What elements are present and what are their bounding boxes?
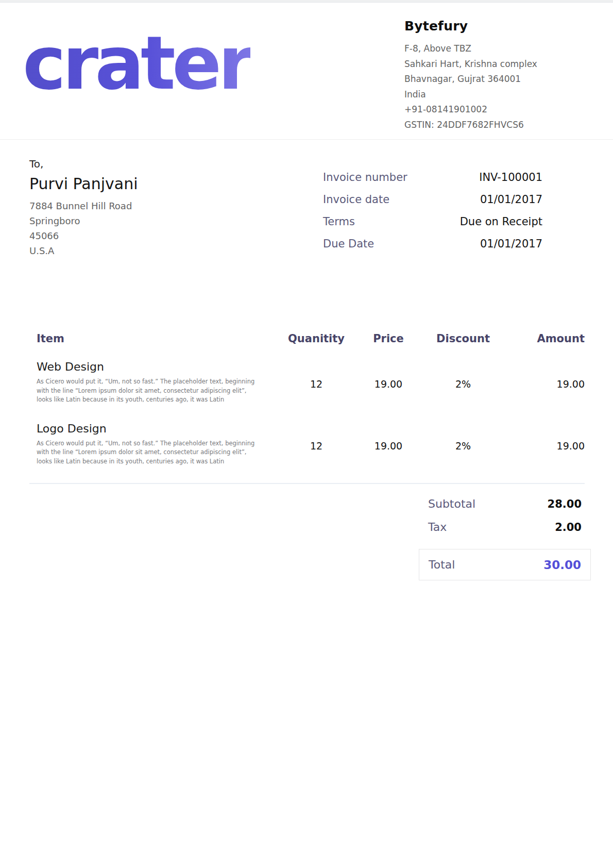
tax-value: 2.00 [555,521,582,533]
bill-to-label: To, [29,158,251,170]
item-amount: 19.00 [504,422,585,466]
customer-address: 7884 Bunnel Hill Road Springboro 45066 U… [29,198,251,258]
item-price: 19.00 [355,360,422,405]
header-quantity: Quanitity [278,332,355,345]
header-price: Price [355,332,422,345]
address-line: GSTIN: 24DDF7682FHVCS6 [404,118,595,133]
item-title: Logo Design [37,422,278,436]
invoice-meta-row: Invoice number INV-100001 [323,166,542,188]
invoice-meta-row: Due Date 01/01/2017 [323,232,542,255]
invoice-meta-label: Invoice number [323,171,407,183]
item-amount: 19.00 [504,360,585,405]
item-title: Web Design [37,360,278,374]
tax-row: Tax 2.00 [419,515,591,539]
table-row: Logo Design As Cicero would put it, “Um,… [29,422,585,466]
address-line: 45066 [29,228,251,243]
company-info: Bytefury F-8, Above TBZ Sahkari Hart, Kr… [404,19,595,132]
item-price: 19.00 [355,422,422,466]
invoice-page: crater Bytefury F-8, Above TBZ Sahkari H… [0,0,613,868]
company-address: F-8, Above TBZ Sahkari Hart, Krishna com… [404,41,595,132]
header-discount: Discount [422,332,504,345]
invoice-meta-label: Due Date [323,238,374,250]
item-cell: Web Design As Cicero would put it, “Um, … [29,360,278,405]
invoice-meta-value: Due on Receipt [460,215,542,228]
item-discount: 2% [422,360,504,405]
address-line: F-8, Above TBZ [404,41,595,57]
items-table-header: Item Quanitity Price Discount Amount [29,332,585,345]
invoice-meta-label: Invoice date [323,193,389,206]
item-description: As Cicero would put it, “Um, not so fast… [37,377,257,405]
address-line: Sahkari Hart, Krishna complex [404,57,595,72]
customer-name: Purvi Panjvani [29,175,251,193]
items-table: Item Quanitity Price Discount Amount Web… [29,332,585,484]
header-divider [0,139,613,140]
address-line: Springboro [29,213,251,228]
page-top-edge [0,0,613,3]
address-line: 7884 Bunnel Hill Road [29,198,251,213]
header-amount: Amount [504,332,585,345]
invoice-meta-value: 01/01/2017 [480,238,542,250]
invoice-meta-row: Invoice date 01/01/2017 [323,188,542,210]
subtotal-row: Subtotal 28.00 [419,492,591,515]
items-table-body: Web Design As Cicero would put it, “Um, … [29,360,585,466]
address-line: Bhavnagar, Gujrat 364001 [404,72,595,87]
item-cell: Logo Design As Cicero would put it, “Um,… [29,422,278,466]
table-row: Web Design As Cicero would put it, “Um, … [29,360,585,405]
company-name: Bytefury [404,19,595,34]
header-item: Item [29,332,278,345]
totals-section: Subtotal 28.00 Tax 2.00 Total 30.00 [419,492,591,580]
total-label: Total [429,558,455,571]
total-value: 30.00 [543,558,581,572]
address-line: India [404,87,595,103]
subtotal-value: 28.00 [548,498,582,510]
address-line: U.S.A [29,243,251,258]
table-divider [29,483,585,484]
invoice-meta-label: Terms [323,215,355,228]
address-line: +91-08141901002 [404,102,595,118]
total-box: Total 30.00 [419,549,591,580]
invoice-meta: Invoice number INV-100001 Invoice date 0… [323,166,542,255]
bill-to-section: To, Purvi Panjvani 7884 Bunnel Hill Road… [29,158,251,258]
item-description: As Cicero would put it, “Um, not so fast… [37,439,257,466]
invoice-meta-value: 01/01/2017 [480,193,542,206]
item-discount: 2% [422,422,504,466]
crater-logo: crater [23,32,250,95]
tax-label: Tax [428,521,447,533]
invoice-meta-row: Terms Due on Receipt [323,210,542,232]
item-quantity: 12 [278,422,355,466]
invoice-meta-value: INV-100001 [479,171,542,183]
item-quantity: 12 [278,360,355,405]
subtotal-label: Subtotal [428,497,475,510]
